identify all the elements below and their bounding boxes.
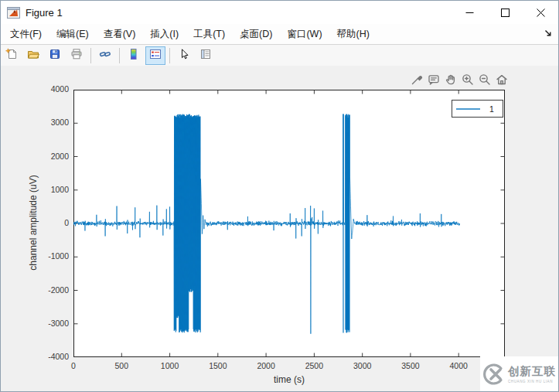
- zoom-in-icon: [461, 73, 475, 90]
- axes-toolbar: [409, 73, 510, 89]
- menu-bar: 文件(F)编辑(E)查看(V)插入(I)工具(T)桌面(D)窗口(W)帮助(H): [1, 24, 558, 45]
- print-figure-button[interactable]: [66, 46, 87, 65]
- insert-colorbar-icon: [128, 48, 140, 63]
- link-plot-button[interactable]: [95, 46, 115, 65]
- y-tick-label: -1000: [27, 251, 69, 261]
- menu-item-view[interactable]: 查看(V): [97, 25, 142, 44]
- pan-icon: [444, 73, 458, 90]
- window-title: Figure 1: [26, 7, 63, 19]
- open-file-icon: [27, 48, 39, 63]
- brush-icon: [410, 73, 424, 90]
- title-bar: Figure 1: [1, 1, 558, 24]
- toolbar-separator: [119, 48, 120, 63]
- new-figure-icon: [5, 48, 18, 63]
- legend-line-sample: [452, 106, 483, 112]
- x-tick-label: 2000: [247, 361, 285, 370]
- open-file-button[interactable]: [23, 46, 43, 65]
- x-tick-label: 4000: [439, 361, 478, 370]
- print-figure-icon: [70, 48, 83, 63]
- dock-figure-icon[interactable]: [543, 28, 554, 39]
- matlab-figure-icon: [7, 7, 20, 19]
- x-tick-label: 2500: [295, 361, 333, 370]
- save-figure-icon: [49, 48, 61, 63]
- property-editor-button[interactable]: [196, 46, 216, 65]
- edit-plot-icon: [178, 48, 190, 63]
- insert-colorbar-button[interactable]: [124, 46, 144, 65]
- window-controls: [452, 1, 558, 24]
- menu-item-window[interactable]: 窗口(W): [281, 25, 328, 44]
- plot-canvas[interactable]: [73, 90, 505, 357]
- y-tick-label: 1000: [27, 185, 69, 194]
- x-tick-label: 1500: [199, 361, 237, 370]
- zoom-in-button[interactable]: [460, 73, 475, 89]
- y-tick-label: 3000: [27, 118, 69, 127]
- y-tick-label: 4000: [27, 84, 69, 94]
- datatips-icon: [427, 73, 441, 90]
- zoom-out-icon: [478, 73, 492, 90]
- menu-item-insert[interactable]: 插入(I): [144, 25, 185, 44]
- watermark-logo-icon: [482, 363, 506, 386]
- new-figure-button[interactable]: [2, 46, 22, 65]
- y-tick-label: -4000: [27, 352, 69, 361]
- save-figure-button[interactable]: [45, 46, 65, 65]
- brush-button[interactable]: [409, 73, 424, 89]
- x-tick-label: 0: [54, 361, 93, 370]
- edit-plot-button[interactable]: [174, 46, 194, 65]
- legend[interactable]: 1: [452, 100, 503, 118]
- menu-item-file[interactable]: 文件(F): [4, 25, 48, 44]
- restore-view-icon: [495, 73, 509, 90]
- close-button[interactable]: [523, 1, 558, 24]
- legend-entry-label: 1: [489, 104, 494, 114]
- menu-item-tools[interactable]: 工具(T): [187, 25, 231, 44]
- x-tick-label: 500: [102, 361, 141, 370]
- x-tick-label: 3000: [343, 361, 382, 370]
- datatips-button[interactable]: [426, 73, 441, 89]
- menu-item-help[interactable]: 帮助(H): [331, 25, 376, 44]
- y-tick-label: 0: [27, 218, 69, 227]
- x-tick-label: 3500: [391, 361, 430, 370]
- watermark: 创新互联 CHUANG XIN HU LIAN: [480, 356, 558, 391]
- y-tick-label: -3000: [27, 319, 69, 328]
- insert-legend-icon: [149, 48, 162, 63]
- toolbar: [1, 45, 558, 66]
- menu-item-desktop[interactable]: 桌面(D): [233, 25, 278, 44]
- x-tick-label: 1000: [151, 361, 189, 370]
- y-tick-label: -2000: [27, 285, 69, 295]
- y-tick-label: 2000: [27, 152, 69, 161]
- maximize-button[interactable]: [487, 1, 523, 24]
- toolbar-separator: [169, 48, 170, 63]
- zoom-out-button[interactable]: [477, 73, 493, 89]
- minimize-button[interactable]: [452, 1, 487, 24]
- watermark-name: 创新互联: [508, 364, 556, 379]
- pan-button[interactable]: [443, 73, 458, 89]
- restore-view-button[interactable]: [494, 73, 510, 89]
- link-plot-icon: [99, 48, 111, 63]
- property-editor-icon: [199, 48, 212, 63]
- figure-canvas: time (s) channel amplitude (uV) 1 创新互联 C…: [1, 66, 558, 391]
- figure-window: Figure 1 文件(F)编辑(E)查看(V)插入(I)工具(T)桌面(D)窗…: [0, 0, 559, 392]
- watermark-caption: CHUANG XIN HU LIAN: [508, 380, 556, 383]
- signal-path: [73, 114, 459, 334]
- insert-legend-button[interactable]: [145, 46, 165, 65]
- toolbar-separator: [90, 48, 91, 63]
- menu-item-edit[interactable]: 编辑(E): [50, 25, 95, 44]
- x-axis-label: time (s): [73, 374, 505, 385]
